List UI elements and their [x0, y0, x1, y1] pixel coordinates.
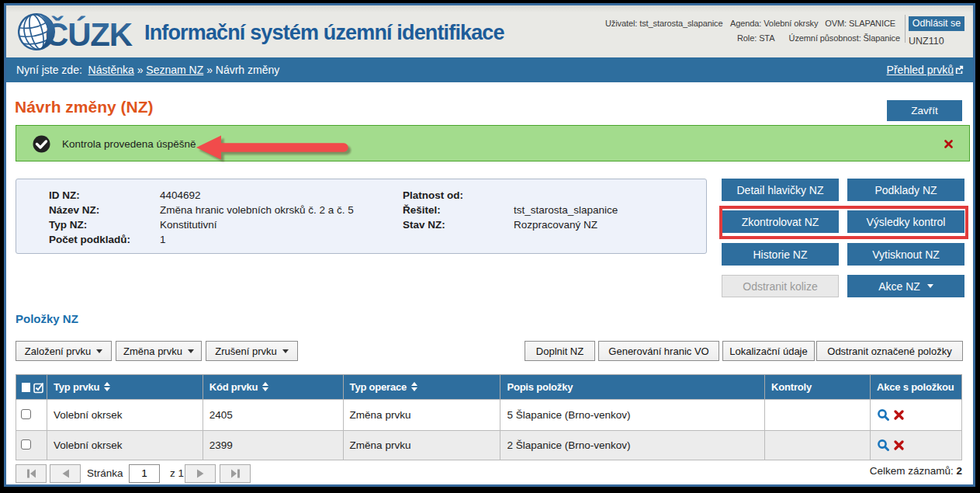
- svg-text:ČÚZK: ČÚZK: [45, 16, 133, 53]
